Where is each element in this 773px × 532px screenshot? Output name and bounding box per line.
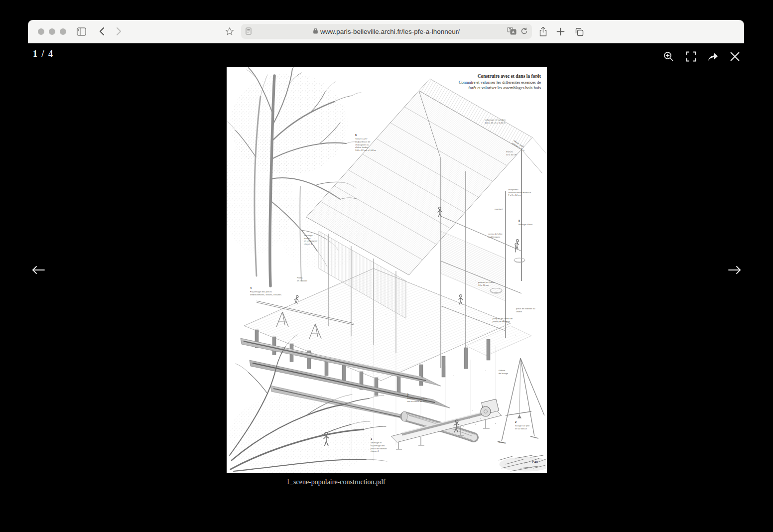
- annotation: poteau en chêne16 x 16 cm: [478, 281, 495, 286]
- reload-icon[interactable]: [520, 27, 528, 37]
- annotation: moises40 x 40 cm: [506, 150, 516, 156]
- annotation: 6Toiture à 25°en bardeaux dechâtaignier …: [355, 133, 376, 152]
- window-minimize-button[interactable]: [49, 28, 55, 35]
- annotation: chèvrede levage: [499, 369, 508, 375]
- annotation: pieux de robinier ouchêne: [516, 307, 535, 313]
- annotation: 1abattage etfaçonnage despieux de robini…: [371, 437, 386, 453]
- address-bar[interactable]: www.paris-belleville.archi.fr/les-pfe-a-…: [241, 24, 532, 39]
- window-close-button[interactable]: [38, 28, 44, 35]
- url-text: www.paris-belleville.archi.fr/les-pfe-a-…: [320, 28, 460, 35]
- annotation: 3Référencement dansune essence de forêt: [407, 393, 427, 403]
- pdf-page-image[interactable]: Construire avec et dans la forêt Connaît…: [227, 67, 547, 473]
- forward-icon[interactable]: [113, 25, 125, 37]
- close-icon[interactable]: [729, 50, 741, 62]
- tab-overview-icon[interactable]: [573, 25, 585, 37]
- file-caption: 1_scene-populaire-construction.pdf: [286, 478, 386, 486]
- annotation: dosses: [499, 441, 506, 444]
- annotation: Pilotisen robinier: [297, 276, 307, 282]
- annotation: semis de hêtreendémiques: [488, 233, 503, 238]
- annotation: 4Façonnage des piècesembrèvements, tenon…: [250, 286, 281, 296]
- lock-icon: [313, 28, 318, 35]
- annotation-layer: 6Toiture à 25°en bardeaux dechâtaignier …: [227, 67, 547, 473]
- annotation: charpente :chevron tenon-mortaise7 x 8 x…: [508, 188, 531, 197]
- new-tab-icon[interactable]: [554, 25, 566, 37]
- zoom-in-icon[interactable]: [662, 50, 674, 62]
- translate-icon[interactable]: [507, 27, 516, 37]
- annotation: voligeage en tavaillon100 x 25 cm x 1,50…: [485, 119, 506, 124]
- annotation: montant: [495, 208, 503, 211]
- sidebar-icon[interactable]: [75, 25, 87, 37]
- annotation: 5Battage à bras: [518, 219, 533, 226]
- window-zoom-button[interactable]: [60, 28, 66, 35]
- annotation: 1:40: [531, 460, 538, 464]
- annotation: parquet de chêne depointe de Hongrie: [493, 317, 513, 323]
- fullscreen-icon[interactable]: [685, 50, 697, 62]
- browser-toolbar: www.paris-belleville.archi.fr/les-pfe-a-…: [28, 20, 744, 43]
- page-counter: 1 / 4: [33, 49, 54, 59]
- bookmark-star-icon[interactable]: [224, 25, 236, 37]
- annotation: stockagefeuillusen châtaignierclasse 4: [304, 234, 318, 246]
- share-arrow-icon[interactable]: [707, 50, 719, 62]
- back-icon[interactable]: [96, 25, 108, 37]
- prev-arrow-icon[interactable]: [31, 264, 46, 276]
- share-icon[interactable]: [537, 25, 549, 37]
- next-arrow-icon[interactable]: [727, 264, 742, 276]
- annotation: 2Sciage sur plotet sur dosse: [515, 420, 529, 430]
